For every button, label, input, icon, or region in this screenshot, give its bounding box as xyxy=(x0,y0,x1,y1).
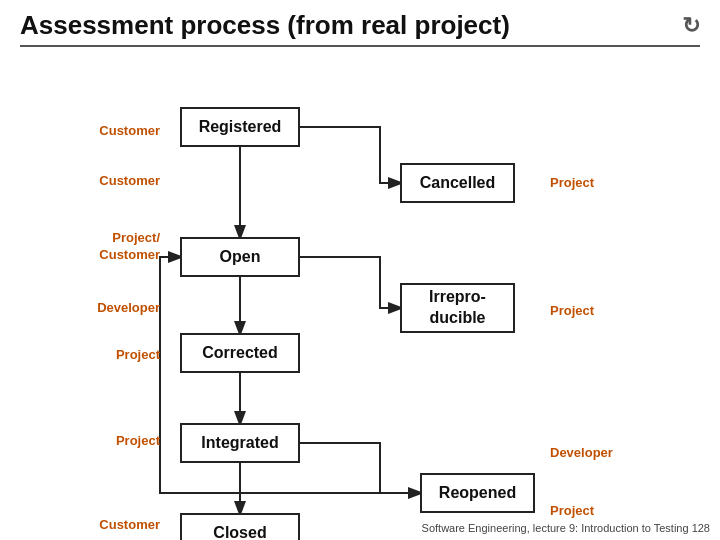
right-label-project-3: Project xyxy=(550,503,630,518)
role-developer-1: Developer xyxy=(30,300,160,315)
state-irreproducible: Irrepro-ducible xyxy=(400,283,515,333)
state-registered: Registered xyxy=(180,107,300,147)
right-label-developer: Developer xyxy=(550,445,630,460)
state-closed: Closed xyxy=(180,513,300,540)
role-customer-1: Customer xyxy=(30,123,160,138)
diagram-area: Customer Customer Project/Customer Devel… xyxy=(20,55,700,515)
role-customer-2: Customer xyxy=(30,173,160,188)
title-text: Assessment process (from real project) xyxy=(20,10,510,41)
role-project-customer: Project/Customer xyxy=(30,230,160,264)
footer: Software Engineering, lecture 9: Introdu… xyxy=(422,522,710,534)
refresh-icon: ↻ xyxy=(682,13,700,39)
page: Assessment process (from real project) ↻ xyxy=(0,0,720,540)
state-integrated: Integrated xyxy=(180,423,300,463)
right-label-project-1: Project xyxy=(550,175,630,190)
page-title: Assessment process (from real project) ↻ xyxy=(20,10,700,41)
state-corrected: Corrected xyxy=(180,333,300,373)
role-customer-3: Customer xyxy=(30,517,160,532)
role-project-1: Project xyxy=(30,347,160,362)
right-label-project-2: Project xyxy=(550,303,630,318)
state-open: Open xyxy=(180,237,300,277)
role-project-2: Project xyxy=(30,433,160,448)
state-reopened: Reopened xyxy=(420,473,535,513)
state-cancelled: Cancelled xyxy=(400,163,515,203)
